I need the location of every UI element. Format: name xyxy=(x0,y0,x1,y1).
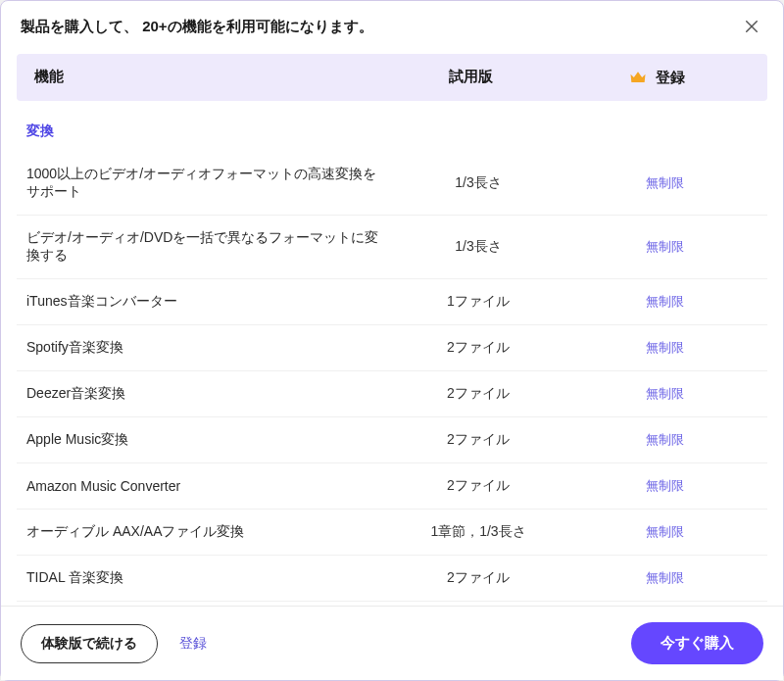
feature-cell: ビデオ/オーディオ/DVDを一括で異なるフォーマットに変換する xyxy=(26,229,385,265)
table-header-row: 機能 試用版 登録 xyxy=(17,54,767,101)
table-row: iTunes音楽コンバーター1ファイル無制限 xyxy=(17,279,767,325)
crown-icon xyxy=(628,68,648,87)
feature-cell: TIDAL 音楽変換 xyxy=(26,569,385,587)
registered-cell: 無制限 xyxy=(571,174,758,192)
modal-content[interactable]: 機能 試用版 登録 変換1000以上のビデオ/オーディオフォーマットの高速変換を… xyxy=(1,48,783,606)
trial-cell: 2ファイル xyxy=(385,431,571,449)
registered-cell: 無制限 xyxy=(571,385,758,403)
trial-cell: 2ファイル xyxy=(385,477,571,495)
buy-now-button[interactable]: 今すぐ購入 xyxy=(631,622,763,664)
modal-header: 製品を購入して、 20+の機能を利用可能になります。 xyxy=(1,1,783,48)
column-header-feature: 機能 xyxy=(34,68,377,87)
table-row: Amazon Music Converter2ファイル無制限 xyxy=(17,463,767,510)
trial-cell: 1/3長さ xyxy=(385,238,571,256)
close-button[interactable] xyxy=(740,15,763,38)
registered-cell: 無制限 xyxy=(571,339,758,357)
purchase-modal: 製品を購入して、 20+の機能を利用可能になります。 機能 試用版 登録 変換1… xyxy=(0,0,784,681)
registered-cell: 無制限 xyxy=(571,293,758,311)
table-row: Deezer音楽変換2ファイル無制限 xyxy=(17,371,767,417)
feature-cell: 1000以上のビデオ/オーディオフォーマットの高速変換をサポート xyxy=(26,166,385,201)
table-row: ビデオ/オーディオ/DVDを一括で異なるフォーマットに変換する1/3長さ無制限 xyxy=(17,216,767,279)
table-row: TIDAL 音楽変換2ファイル無制限 xyxy=(17,556,767,602)
trial-cell: 2ファイル xyxy=(385,569,571,587)
table-row: 1000以上のビデオ/オーディオフォーマットの高速変換をサポート1/3長さ無制限 xyxy=(17,152,767,216)
column-header-trial: 試用版 xyxy=(377,68,564,87)
table-body: 変換1000以上のビデオ/オーディオフォーマットの高速変換をサポート1/3長さ無… xyxy=(17,105,767,606)
registered-cell: 無制限 xyxy=(571,477,758,495)
modal-title: 製品を購入して、 20+の機能を利用可能になります。 xyxy=(21,18,373,36)
table-row: オーディブル AAX/AAファイル変換1章節，1/3長さ無制限 xyxy=(17,510,767,556)
feature-cell: Amazon Music Converter xyxy=(26,478,385,494)
section-title: 変換 xyxy=(17,105,767,152)
feature-cell: Deezer音楽変換 xyxy=(26,385,385,403)
registered-cell: 無制限 xyxy=(571,431,758,449)
trial-cell: 2ファイル xyxy=(385,339,571,357)
footer-left: 体験版で続ける 登録 xyxy=(21,624,207,663)
feature-cell: オーディブル AAX/AAファイル変換 xyxy=(26,523,385,541)
feature-cell: Spotify音楽変換 xyxy=(26,339,385,357)
registered-cell: 無制限 xyxy=(571,569,758,587)
trial-cell: 1章節，1/3長さ xyxy=(385,523,571,541)
column-header-registered-label: 登録 xyxy=(656,69,685,87)
continue-trial-button[interactable]: 体験版で続ける xyxy=(21,624,158,663)
trial-cell: 1ファイル xyxy=(385,293,571,311)
feature-cell: Apple Music変換 xyxy=(26,431,385,449)
table-row: Apple Music変換2ファイル無制限 xyxy=(17,417,767,463)
registered-cell: 無制限 xyxy=(571,238,758,256)
trial-cell: 1/3長さ xyxy=(385,174,571,192)
close-icon xyxy=(743,18,760,35)
table-row: Spotify音楽変換2ファイル無制限 xyxy=(17,325,767,371)
column-header-registered: 登録 xyxy=(564,68,750,87)
trial-cell: 2ファイル xyxy=(385,385,571,403)
register-link[interactable]: 登録 xyxy=(179,635,207,653)
feature-cell: iTunes音楽コンバーター xyxy=(26,293,385,311)
modal-footer: 体験版で続ける 登録 今すぐ購入 xyxy=(1,606,783,680)
registered-cell: 無制限 xyxy=(571,523,758,541)
